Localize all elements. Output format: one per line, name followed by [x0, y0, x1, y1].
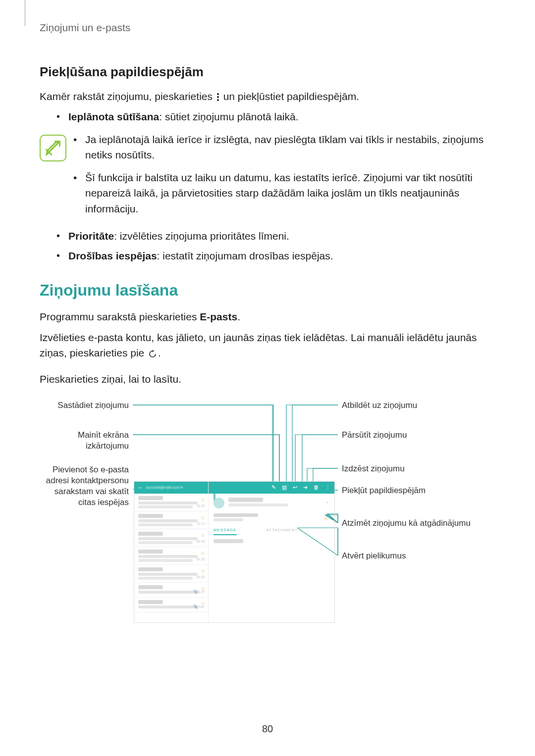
section-additional-options-heading: Piekļūšana papildiespējām — [40, 62, 495, 82]
note-block: Ja ieplānotajā laikā ierīce ir izslēgta,… — [40, 132, 495, 224]
star-icon[interactable]: ☆ — [201, 532, 205, 539]
section-reading-messages-heading: Ziņojumu lasīšana — [40, 278, 495, 302]
p-refresh: Izvēlieties e-pasta kontu, kas jālieto, … — [40, 330, 495, 362]
back-icon[interactable]: ← — [137, 483, 143, 492]
message-toolbar: ✎ ▥ ↩ ➔ 🗑 ⋮ — [209, 482, 334, 494]
more-options-icon — [217, 93, 219, 101]
list-item[interactable]: ☆09:02 — [134, 565, 208, 583]
list-item[interactable]: 📎☆Yest. — [134, 598, 208, 612]
callout-reply: Atbildēt uz ziņojumu — [342, 400, 485, 411]
account-dropdown[interactable]: account@mail.com ▾ — [146, 485, 183, 491]
avatar[interactable] — [214, 498, 224, 508]
note-item: Šī funkcija ir balstīta uz laiku un datu… — [73, 170, 495, 217]
inbox-header[interactable]: ← account@mail.com ▾ — [134, 482, 208, 494]
flag-star-icon[interactable]: ☆ — [323, 514, 328, 523]
intro-paragraph: Kamēr rakstāt ziņojumu, pieskarieties un… — [40, 89, 495, 104]
p-open-email: Programmu sarakstā pieskarieties E-pasts… — [40, 309, 495, 325]
breadcrumb: Ziņojumi un e-pasts — [40, 20, 495, 36]
sender-row[interactable]: ⌄ — [214, 498, 329, 508]
callout-add-contact: Pievienot šo e-pasta adresi kontaktperso… — [40, 464, 129, 508]
list-item[interactable]: ☆09:58 — [134, 529, 208, 547]
options-list-2: Prioritāte: izvēlēties ziņojuma prioritā… — [56, 228, 495, 263]
message-list[interactable]: ☆10:24 ☆10:11 ☆09:58 ☆09:30 ☆09:02 📎☆08:… — [134, 494, 208, 622]
star-icon[interactable]: ☆ — [201, 496, 205, 504]
email-app-diagram: Sastādiet ziņojumu Mainīt ekrāna izkārto… — [40, 400, 495, 692]
message-body — [214, 539, 243, 543]
list-item[interactable]: ☆10:11 — [134, 511, 208, 529]
list-item[interactable]: 📎☆08:47 — [134, 583, 208, 598]
list-item[interactable]: ☆09:30 — [134, 547, 208, 565]
callout-open-attachments: Atvērt pielikumus — [342, 551, 485, 561]
callout-flag-reminder: Atzīmēt ziņojumu kā atgādinājumu — [342, 518, 485, 529]
p-tap-message: Pieskarieties ziņai, lai to lasītu. — [40, 371, 495, 387]
compose-icon[interactable]: ✎ — [271, 483, 276, 492]
tab-attachment[interactable]: ATTACHMENT 1 — [267, 527, 302, 535]
tab-message[interactable]: MESSAGE — [214, 527, 237, 535]
note-item: Ja ieplānotajā laikā ierīce ir izslēgta,… — [73, 132, 495, 163]
star-icon[interactable]: ☆ — [201, 514, 205, 521]
options-list-1: Ieplānota sūtīšana: sūtiet ziņojumu plān… — [56, 109, 495, 125]
star-icon[interactable]: ☆ — [201, 550, 205, 557]
reply-icon[interactable]: ↩ — [293, 483, 297, 492]
page-number: 80 — [262, 721, 273, 736]
list-item[interactable]: ☆10:24 — [134, 494, 208, 511]
forward-icon[interactable]: ➔ — [303, 483, 308, 492]
callout-delete: Izdzēst ziņojumu — [342, 463, 485, 474]
more-options-icon[interactable]: ⋮ — [325, 483, 330, 492]
star-icon[interactable]: ☆ — [201, 567, 205, 575]
callout-more-options: Piekļūt papildiespējām — [342, 485, 485, 496]
layout-icon[interactable]: ▥ — [282, 483, 287, 492]
callout-change-layout: Mainīt ekrāna izkārtojumu — [40, 430, 129, 452]
refresh-icon — [148, 346, 157, 362]
delete-icon[interactable]: 🗑 — [314, 483, 319, 492]
email-app-screenshot: ← account@mail.com ▾ ☆10:24 ☆10:11 ☆09:5… — [134, 481, 335, 623]
callout-forward: Pārsūtīt ziņojumu — [342, 430, 485, 441]
callout-compose: Sastādiet ziņojumu — [40, 400, 129, 411]
chevron-down-icon[interactable]: ⌄ — [325, 498, 329, 505]
note-icon — [40, 135, 66, 161]
